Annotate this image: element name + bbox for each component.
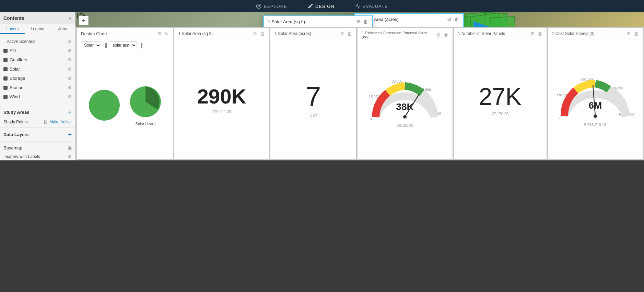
design-chart-settings-icon[interactable]: ⚙	[157, 31, 162, 36]
chart-bar-icon[interactable]: ▐	[104, 43, 107, 48]
num-panels-header: 1 Number of Solar Panels ⚙ 🗑	[454, 28, 547, 39]
solar-acres-card-sub: 6.67	[310, 114, 317, 118]
map-background: ');"> + − 🔍 ⤢	[75, 12, 644, 27]
data-layers-row: Data Layers +	[0, 129, 75, 140]
make-active-link[interactable]: Make Active	[49, 120, 72, 124]
sidebar-item-station[interactable]: Station ⚙	[0, 83, 75, 92]
solar-acres-card-settings-icon[interactable]: ⚙	[340, 31, 344, 36]
shady-palms-delete-icon[interactable]: 🗑	[43, 119, 47, 124]
shady-palms-label: Shady Palms	[3, 120, 41, 124]
app-container: EXPLORE DESIGN EVALUATE Contents « Layer…	[0, 0, 644, 160]
solar-acres-card: 1 Solar Area (acres) ⚙ 🗑 7 6.67	[270, 28, 356, 159]
popup-acres-settings-icon[interactable]: ⚙	[447, 16, 452, 22]
sidebar-title: Contents	[3, 15, 24, 21]
scenario-settings-icon[interactable]: ⚙	[68, 39, 72, 44]
map-view[interactable]: ');"> + − 🔍 ⤢	[75, 12, 644, 27]
solar-acres-card-number: 7	[306, 81, 321, 112]
solar-sqft-card-sub: 290,411.23	[212, 110, 231, 114]
est-gen-sub: 38,101.95	[397, 123, 413, 127]
nav-evaluate[interactable]: EVALUATE	[355, 3, 388, 9]
sidebar-item-wind[interactable]: Wind ⚙	[0, 92, 75, 101]
svg-text:0: 0	[559, 116, 560, 120]
chart-select-2[interactable]: solar test	[110, 41, 137, 49]
solar-sqft-header: 1 Solar Area (sq ft) ⚙ 🗑	[174, 28, 269, 39]
cost-solar-card-delete-icon[interactable]: 🗑	[634, 31, 639, 36]
wind-settings-icon[interactable]: ⚙	[68, 94, 72, 99]
solar-sqft-card-number: 290K	[197, 85, 246, 108]
svg-point-0	[257, 4, 261, 8]
solar-sqft-card-body: 290K 290,411.23	[174, 39, 269, 159]
sidebar-item-solar[interactable]: Solar ⚙	[0, 64, 75, 74]
solar-sqft-card-settings-icon[interactable]: ⚙	[253, 31, 257, 36]
est-gen-card-body: 0 15,000 30,000 45,000 60,000	[358, 42, 452, 159]
solar-acres-card-body: 7 6.67	[270, 39, 356, 159]
basemap-label: Basemap	[3, 145, 22, 150]
add-study-area-button[interactable]: +	[68, 109, 72, 116]
study-areas-row: Study Areas +	[0, 107, 75, 118]
sidebar-item-ad[interactable]: AD ⚙	[0, 46, 75, 55]
tab-legend[interactable]: Legend	[25, 24, 50, 34]
imagery-row: Imagery with Labels ⚙	[0, 153, 75, 160]
popup-sqft-settings-icon[interactable]: ⚙	[356, 19, 361, 24]
sidebar-collapse-button[interactable]: «	[69, 15, 72, 21]
solar-sqft-card-delete-icon[interactable]: 🗑	[260, 31, 265, 36]
cost-solar-card: 1 Cost Solar Panels ($) ⚙ 🗑 0 2,500,000 …	[548, 28, 643, 159]
chart-bar2-icon[interactable]: ▐	[140, 43, 143, 48]
solar-settings-icon[interactable]: ⚙	[68, 66, 72, 72]
tab-layers[interactable]: Layers	[0, 24, 25, 34]
station-settings-icon[interactable]: ⚙	[68, 85, 72, 90]
nav-design[interactable]: DESIGN	[308, 3, 335, 9]
svg-text:30,000: 30,000	[392, 80, 402, 83]
svg-text:6M: 6M	[588, 100, 602, 111]
cost-solar-card-body: 0 2,500,000 5,000,000 7,500,000 10,000,0…	[548, 39, 643, 159]
svg-marker-1	[258, 5, 260, 7]
storage-settings-icon[interactable]: ⚙	[68, 76, 72, 81]
ad-settings-icon[interactable]: ⚙	[68, 48, 72, 53]
cost-solar-header: 1 Cost Solar Panels ($) ⚙ 🗑	[548, 28, 643, 39]
sidebar-item-gasifiers[interactable]: Gasifiers ⚙	[0, 55, 75, 64]
popup-sqft-delete-icon[interactable]: 🗑	[363, 19, 368, 24]
design-chart-controls: Solar ▐ solar test ▐	[77, 39, 173, 51]
est-gen-card-settings-icon[interactable]: ⚙	[436, 32, 441, 38]
chart-select-1[interactable]: Solar	[81, 41, 101, 49]
cost-solar-gauge-svg: 0 2,500,000 5,000,000 7,500,000 10,000,0…	[556, 72, 635, 121]
num-panels-card-delete-icon[interactable]: 🗑	[538, 31, 542, 36]
popup-solar-sqft-title: 1 Solar Area (sq ft)	[268, 19, 305, 24]
svg-point-22	[594, 114, 597, 118]
num-panels-card-body: 27K 27,170.96	[454, 39, 547, 159]
design-chart-title: Design Chart	[81, 31, 107, 36]
basemap-icon[interactable]: ▦	[68, 145, 72, 150]
basemap-row: Basemap ▦	[0, 143, 75, 153]
top-nav: EXPLORE DESIGN EVALUATE	[0, 0, 644, 12]
design-chart-refresh-icon[interactable]: ↻	[165, 31, 169, 36]
gasifiers-settings-icon[interactable]: ⚙	[68, 57, 72, 62]
pie-chart-2: Solar Lizard	[128, 85, 163, 126]
pie-chart-1	[87, 88, 121, 122]
num-panels-card: 1 Number of Solar Panels ⚙ 🗑 27K 27,170.…	[454, 28, 547, 159]
est-gen-card-title: 1 Estimated Generation Potential Solar (…	[362, 31, 436, 39]
sidebar: Contents « Layers Legend Jobs Active Sce…	[0, 12, 75, 160]
zoom-in-button[interactable]: +	[79, 16, 89, 25]
solar-acres-card-title: 1 Solar Area (acres)	[274, 31, 311, 36]
add-data-layer-button[interactable]: +	[68, 131, 72, 138]
num-panels-card-settings-icon[interactable]: ⚙	[530, 31, 535, 36]
est-gen-card: 1 Estimated Generation Potential Solar (…	[358, 28, 452, 159]
sidebar-tabs: Layers Legend Jobs	[0, 24, 75, 34]
cost-solar-card-title: 1 Cost Solar Panels ($)	[552, 31, 595, 36]
chart-label: Solar Lizard	[136, 122, 156, 126]
solar-acres-card-delete-icon[interactable]: 🗑	[347, 31, 352, 36]
popup-acres-delete-icon[interactable]: 🗑	[454, 16, 459, 22]
main-area: Contents « Layers Legend Jobs Active Sce…	[0, 12, 644, 160]
est-gen-card-delete-icon[interactable]: 🗑	[444, 32, 448, 38]
cost-solar-card-settings-icon[interactable]: ⚙	[627, 31, 631, 36]
solar-acres-header: 1 Solar Area (acres) ⚙ 🗑	[270, 28, 356, 39]
shady-palms-row: Shady Palms 🗑 Make Active	[0, 118, 75, 126]
tab-jobs[interactable]: Jobs	[50, 24, 75, 34]
imagery-label: Imagery with Labels	[3, 154, 40, 159]
svg-point-6	[89, 90, 120, 121]
sidebar-item-storage[interactable]: Storage ⚙	[0, 74, 75, 83]
imagery-settings-icon[interactable]: ⚙	[68, 154, 72, 159]
cost-solar-sub: 5,678,710.13	[584, 123, 606, 127]
nav-explore[interactable]: EXPLORE	[256, 3, 287, 9]
popup-solar-sqft: 1 Solar Area (sq ft) ⚙ 🗑 290K 290,411.23	[263, 15, 373, 27]
